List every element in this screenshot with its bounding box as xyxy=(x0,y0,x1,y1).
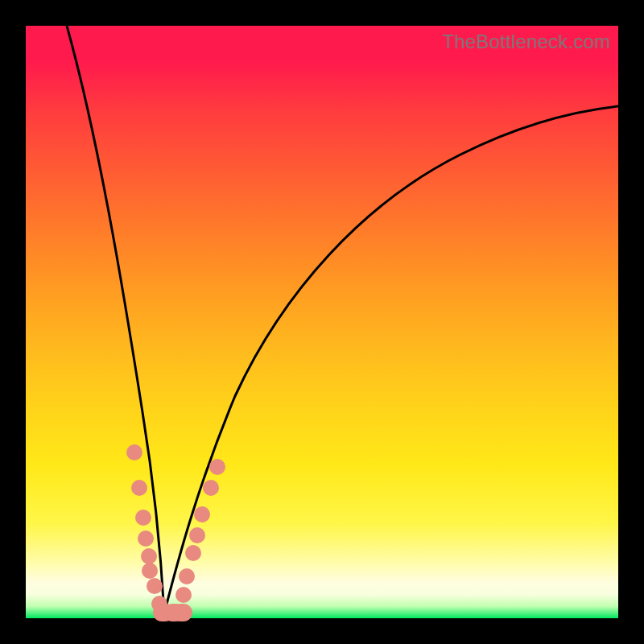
plot-area: TheBottleneck.com xyxy=(26,26,618,618)
curve-left-branch xyxy=(67,26,164,613)
scatter-point xyxy=(126,444,142,460)
scatter-point xyxy=(203,480,219,496)
scatter-point xyxy=(179,568,195,584)
scatter-point xyxy=(147,578,163,594)
scatter-point xyxy=(175,587,192,603)
chart-frame: TheBottleneck.com xyxy=(0,0,644,644)
scatter-point xyxy=(138,530,154,547)
bottleneck-curve xyxy=(26,26,618,618)
scatter-point xyxy=(185,545,201,561)
scatter-point xyxy=(171,604,192,621)
curve-right-branch xyxy=(164,106,618,613)
scatter-point xyxy=(189,527,205,543)
scatter-point xyxy=(209,459,225,475)
scatter-point xyxy=(131,480,147,496)
scatter-point xyxy=(194,506,210,522)
scatter-point xyxy=(142,563,158,579)
scatter-point xyxy=(141,548,157,564)
scatter-point xyxy=(135,510,151,526)
